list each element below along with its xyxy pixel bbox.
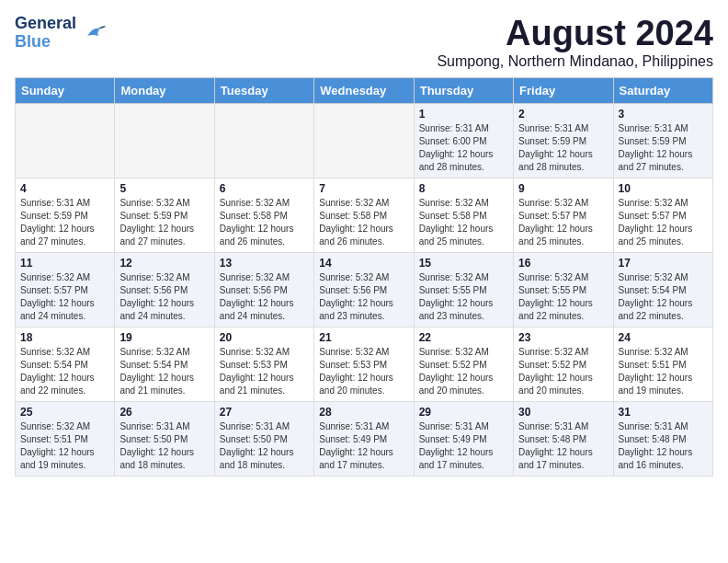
day-number: 4 xyxy=(20,182,109,195)
day-info: Sunrise: 5:31 AM Sunset: 5:49 PM Dayligh… xyxy=(419,420,508,472)
calendar-cell: 8Sunrise: 5:32 AM Sunset: 5:58 PM Daylig… xyxy=(414,178,513,252)
day-number: 1 xyxy=(419,108,508,121)
day-info: Sunrise: 5:31 AM Sunset: 6:00 PM Dayligh… xyxy=(419,122,508,174)
calendar-cell: 6Sunrise: 5:32 AM Sunset: 5:58 PM Daylig… xyxy=(214,178,313,252)
calendar-cell: 18Sunrise: 5:32 AM Sunset: 5:54 PM Dayli… xyxy=(16,327,115,401)
day-info: Sunrise: 5:32 AM Sunset: 5:57 PM Dayligh… xyxy=(20,271,109,323)
day-info: Sunrise: 5:32 AM Sunset: 5:56 PM Dayligh… xyxy=(319,271,408,323)
day-info: Sunrise: 5:32 AM Sunset: 5:58 PM Dayligh… xyxy=(319,197,408,248)
day-number: 28 xyxy=(319,406,408,419)
calendar-cell: 17Sunrise: 5:32 AM Sunset: 5:54 PM Dayli… xyxy=(613,252,712,327)
day-info: Sunrise: 5:32 AM Sunset: 5:55 PM Dayligh… xyxy=(518,271,608,323)
day-info: Sunrise: 5:32 AM Sunset: 5:58 PM Dayligh… xyxy=(220,197,309,248)
calendar-cell xyxy=(115,103,214,178)
day-info: Sunrise: 5:32 AM Sunset: 5:55 PM Dayligh… xyxy=(419,271,508,323)
calendar-cell: 16Sunrise: 5:32 AM Sunset: 5:55 PM Dayli… xyxy=(514,252,613,327)
day-info: Sunrise: 5:32 AM Sunset: 5:52 PM Dayligh… xyxy=(419,346,508,397)
calendar-cell: 2Sunrise: 5:31 AM Sunset: 5:59 PM Daylig… xyxy=(514,103,613,178)
logo-blue: Blue xyxy=(15,33,76,52)
day-number: 30 xyxy=(518,406,608,419)
day-number: 10 xyxy=(619,182,708,195)
calendar-cell: 25Sunrise: 5:32 AM Sunset: 5:51 PM Dayli… xyxy=(16,401,115,476)
calendar-cell: 9Sunrise: 5:32 AM Sunset: 5:57 PM Daylig… xyxy=(514,178,613,252)
day-number: 21 xyxy=(319,331,408,344)
day-info: Sunrise: 5:31 AM Sunset: 5:59 PM Dayligh… xyxy=(20,197,109,248)
page-title: August 2024 xyxy=(437,15,713,53)
day-number: 16 xyxy=(518,257,608,270)
calendar-body: 1Sunrise: 5:31 AM Sunset: 6:00 PM Daylig… xyxy=(16,103,713,476)
calendar-cell: 22Sunrise: 5:32 AM Sunset: 5:52 PM Dayli… xyxy=(414,327,513,401)
day-info: Sunrise: 5:32 AM Sunset: 5:51 PM Dayligh… xyxy=(619,346,708,397)
calendar-cell: 13Sunrise: 5:32 AM Sunset: 5:56 PM Dayli… xyxy=(214,252,313,327)
day-number: 26 xyxy=(119,406,209,419)
day-info: Sunrise: 5:32 AM Sunset: 5:54 PM Dayligh… xyxy=(619,271,708,323)
day-info: Sunrise: 5:32 AM Sunset: 5:57 PM Dayligh… xyxy=(619,197,708,248)
day-info: Sunrise: 5:31 AM Sunset: 5:49 PM Dayligh… xyxy=(319,420,408,472)
calendar-week-row: 11Sunrise: 5:32 AM Sunset: 5:57 PM Dayli… xyxy=(16,252,713,327)
calendar-cell: 23Sunrise: 5:32 AM Sunset: 5:52 PM Dayli… xyxy=(514,327,613,401)
day-info: Sunrise: 5:32 AM Sunset: 5:53 PM Dayligh… xyxy=(220,346,309,397)
day-number: 31 xyxy=(619,406,708,419)
calendar-cell: 21Sunrise: 5:32 AM Sunset: 5:53 PM Dayli… xyxy=(314,327,414,401)
day-header-tuesday: Tuesday xyxy=(214,77,313,103)
calendar-cell: 20Sunrise: 5:32 AM Sunset: 5:53 PM Dayli… xyxy=(214,327,313,401)
calendar-cell: 3Sunrise: 5:31 AM Sunset: 5:59 PM Daylig… xyxy=(613,103,712,178)
calendar-cell: 14Sunrise: 5:32 AM Sunset: 5:56 PM Dayli… xyxy=(314,252,414,327)
calendar-header-row: SundayMondayTuesdayWednesdayThursdayFrid… xyxy=(16,77,713,103)
day-info: Sunrise: 5:32 AM Sunset: 5:54 PM Dayligh… xyxy=(119,346,209,397)
day-number: 24 xyxy=(619,331,708,344)
day-number: 2 xyxy=(518,108,608,121)
day-number: 3 xyxy=(619,108,708,121)
calendar-cell: 11Sunrise: 5:32 AM Sunset: 5:57 PM Dayli… xyxy=(16,252,115,327)
day-number: 18 xyxy=(20,331,109,344)
day-number: 25 xyxy=(20,406,109,419)
calendar-cell: 29Sunrise: 5:31 AM Sunset: 5:49 PM Dayli… xyxy=(414,401,513,476)
day-number: 15 xyxy=(419,257,508,270)
day-number: 23 xyxy=(518,331,608,344)
logo: General Blue xyxy=(15,15,108,52)
calendar-cell: 1Sunrise: 5:31 AM Sunset: 6:00 PM Daylig… xyxy=(414,103,513,178)
calendar-cell: 31Sunrise: 5:31 AM Sunset: 5:48 PM Dayli… xyxy=(613,401,712,476)
calendar-cell: 28Sunrise: 5:31 AM Sunset: 5:49 PM Dayli… xyxy=(314,401,414,476)
calendar-week-row: 4Sunrise: 5:31 AM Sunset: 5:59 PM Daylig… xyxy=(16,178,713,252)
calendar-week-row: 1Sunrise: 5:31 AM Sunset: 6:00 PM Daylig… xyxy=(16,103,713,178)
day-number: 14 xyxy=(319,257,408,270)
calendar-cell: 7Sunrise: 5:32 AM Sunset: 5:58 PM Daylig… xyxy=(314,178,414,252)
day-header-friday: Friday xyxy=(514,77,613,103)
day-number: 17 xyxy=(619,257,708,270)
calendar-cell: 27Sunrise: 5:31 AM Sunset: 5:50 PM Dayli… xyxy=(214,401,313,476)
calendar-cell xyxy=(314,103,414,178)
calendar-week-row: 18Sunrise: 5:32 AM Sunset: 5:54 PM Dayli… xyxy=(16,327,713,401)
day-info: Sunrise: 5:32 AM Sunset: 5:58 PM Dayligh… xyxy=(419,197,508,248)
day-number: 27 xyxy=(220,406,309,419)
day-info: Sunrise: 5:31 AM Sunset: 5:59 PM Dayligh… xyxy=(619,122,708,174)
calendar-cell: 5Sunrise: 5:32 AM Sunset: 5:59 PM Daylig… xyxy=(115,178,214,252)
calendar-cell xyxy=(214,103,313,178)
calendar-cell: 10Sunrise: 5:32 AM Sunset: 5:57 PM Dayli… xyxy=(613,178,712,252)
day-info: Sunrise: 5:32 AM Sunset: 5:52 PM Dayligh… xyxy=(518,346,608,397)
header: General Blue August 2024 Sumpong, Northe… xyxy=(15,15,713,70)
calendar-table: SundayMondayTuesdayWednesdayThursdayFrid… xyxy=(15,77,713,477)
day-info: Sunrise: 5:31 AM Sunset: 5:50 PM Dayligh… xyxy=(220,420,309,472)
day-number: 5 xyxy=(119,182,209,195)
title-area: August 2024 Sumpong, Northern Mindanao, … xyxy=(437,15,713,70)
day-number: 19 xyxy=(119,331,209,344)
day-header-sunday: Sunday xyxy=(16,77,115,103)
day-number: 7 xyxy=(319,182,408,195)
calendar-cell: 12Sunrise: 5:32 AM Sunset: 5:56 PM Dayli… xyxy=(115,252,214,327)
day-info: Sunrise: 5:31 AM Sunset: 5:48 PM Dayligh… xyxy=(619,420,708,472)
day-info: Sunrise: 5:31 AM Sunset: 5:59 PM Dayligh… xyxy=(518,122,608,174)
day-number: 12 xyxy=(119,257,209,270)
day-number: 6 xyxy=(220,182,309,195)
day-header-saturday: Saturday xyxy=(613,77,712,103)
logo-bird-icon xyxy=(80,19,108,47)
day-header-wednesday: Wednesday xyxy=(314,77,414,103)
day-info: Sunrise: 5:32 AM Sunset: 5:57 PM Dayligh… xyxy=(518,197,608,248)
day-number: 8 xyxy=(419,182,508,195)
day-header-monday: Monday xyxy=(115,77,214,103)
calendar-cell: 15Sunrise: 5:32 AM Sunset: 5:55 PM Dayli… xyxy=(414,252,513,327)
calendar-cell xyxy=(16,103,115,178)
day-info: Sunrise: 5:32 AM Sunset: 5:59 PM Dayligh… xyxy=(119,197,209,248)
day-info: Sunrise: 5:32 AM Sunset: 5:54 PM Dayligh… xyxy=(20,346,109,397)
calendar-cell: 4Sunrise: 5:31 AM Sunset: 5:59 PM Daylig… xyxy=(16,178,115,252)
